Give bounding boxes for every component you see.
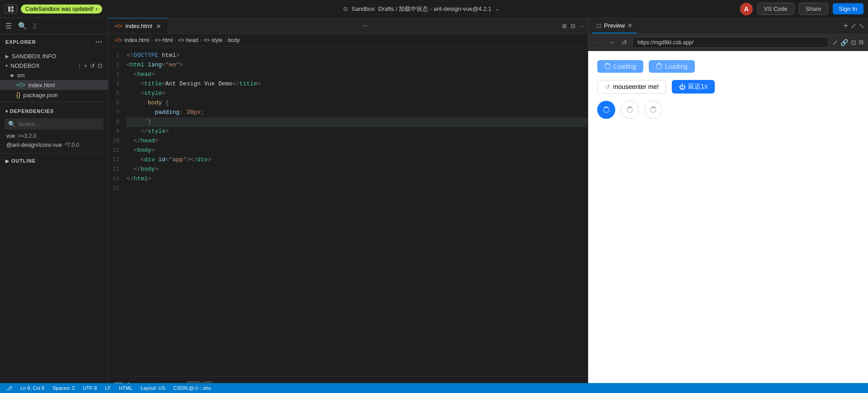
nodebox-icon1[interactable]: ↑: [78, 62, 81, 69]
layout-icon[interactable]: ⊟: [571, 23, 576, 29]
popout-icon[interactable]: ⊡: [851, 39, 856, 46]
vscode-button[interactable]: VS Code: [757, 3, 794, 15]
status-eol[interactable]: LF: [103, 385, 113, 391]
bc-html[interactable]: <> html: [155, 37, 173, 43]
html-file-icon: </>: [16, 81, 25, 89]
status-extra: CSDN:@小 : shu: [172, 385, 213, 392]
code-line-10: 10 </head>: [108, 136, 588, 146]
explorer-more-icon[interactable]: ···: [95, 38, 103, 46]
preview-tab-close-icon[interactable]: ✕: [627, 22, 632, 29]
add-tab-icon[interactable]: +: [843, 22, 848, 30]
bc-style[interactable]: <> style: [203, 37, 222, 43]
status-spaces[interactable]: Spaces: 2: [51, 385, 76, 391]
code-line-4: 4 <title>Ant Design Vue Demo</title>: [108, 80, 588, 89]
nodebox-icon4[interactable]: ⊡: [98, 62, 103, 69]
svg-rect-1: [11, 6, 14, 8]
status-lang[interactable]: HTML: [117, 385, 134, 391]
bc-index-html-text[interactable]: index.html: [124, 37, 149, 43]
avatar[interactable]: A: [740, 3, 753, 15]
tab-more-icon[interactable]: ···: [358, 22, 373, 30]
window-layout-icon[interactable]: [5, 5, 17, 14]
status-bar: ⎇ Ln 8, Col 8 Spaces: 2 UTF-8 LF HTML La…: [0, 383, 868, 393]
loading-button-1[interactable]: Loading: [597, 60, 643, 73]
topbar-center: ⊙ Sandbox Drafts / 加载中状态 - ant-design-vu…: [107, 5, 736, 13]
chevron-down-icon[interactable]: ⌄: [495, 6, 499, 12]
link-icon[interactable]: 🔗: [840, 39, 848, 46]
sidebar-item-sandbox-info[interactable]: ▶ SANDBOX INFO: [0, 51, 108, 61]
sandbox-label: Sandbox: [352, 5, 375, 12]
circle-btn-3[interactable]: [644, 101, 662, 119]
refresh-icon[interactable]: ↺: [620, 38, 629, 47]
breadcrumb-text: Drafts / 加载中状态 - ant-design-vue@4.2.1: [378, 5, 491, 13]
arrow-icon: ▾: [5, 63, 8, 68]
tab-close-icon[interactable]: ✕: [156, 23, 161, 29]
nodebox-label: NODEBOX: [10, 62, 40, 69]
dependencies-search-input[interactable]: [18, 121, 100, 127]
sidebar-item-nodebox[interactable]: ▾ NODEBOX ↑ + ↺ ⊡: [0, 61, 108, 70]
search-icon: 🔍: [8, 121, 15, 127]
status-branch[interactable]: ⎇: [5, 385, 14, 391]
sidebar-item-src[interactable]: ▶ src: [0, 70, 108, 80]
bc-body[interactable]: body: [228, 37, 240, 43]
search-icon[interactable]: 🔍: [18, 22, 27, 30]
status-ln[interactable]: Ln 8, Col 8: [19, 385, 46, 391]
code-line-14: 14 </html>: [108, 174, 588, 184]
notification-badge[interactable]: CodeSandbox was updated! ›: [21, 5, 102, 14]
preview-tab-icon: ◻: [596, 22, 601, 29]
dependencies-section: ▾ DEPENDENCIES 🔍 vue >=3.2.0 @ant-design…: [0, 102, 108, 153]
fullscreen-icon[interactable]: ⤡: [859, 22, 864, 29]
loading-button-2[interactable]: Loading: [649, 60, 695, 73]
code-line-15: 15: [108, 184, 588, 193]
file-index-label: index.html: [28, 82, 55, 89]
split-editor-icon[interactable]: ⊞: [562, 23, 567, 29]
more-icon[interactable]: ···: [579, 23, 584, 29]
expand-icon[interactable]: ⤢: [851, 22, 856, 29]
signin-button[interactable]: Sign In: [833, 3, 863, 14]
dependencies-label[interactable]: ▾ DEPENDENCIES: [0, 106, 108, 117]
bc-head[interactable]: <> head: [178, 37, 198, 43]
share-button[interactable]: Share: [799, 3, 828, 15]
status-encoding[interactable]: UTF-8: [81, 385, 99, 391]
topbar-left: CodeSandbox was updated! ›: [5, 5, 102, 14]
dependencies-search-box[interactable]: 🔍: [5, 118, 104, 130]
back-icon[interactable]: ←: [593, 38, 603, 47]
loading-btn-1-label: Loading: [613, 63, 636, 70]
src-label: src: [17, 72, 25, 79]
editor-area: </> index.html ✕ ··· ⊞ ⊟ ··· </> index.h…: [108, 18, 588, 393]
sidebar-item-index-html[interactable]: </> index.html: [0, 80, 108, 90]
preview-tab[interactable]: ◻ Preview ✕: [592, 18, 637, 33]
preview-row-2: ↺ mouseenter me! ⏻ 延迟1s: [597, 80, 859, 94]
bc-sep-2: ›: [175, 37, 176, 43]
delay-label: 延迟1s: [688, 83, 708, 91]
sandbox-info-label: SANDBOX INFO: [12, 53, 56, 60]
tab-index-html[interactable]: </> index.html ✕: [108, 18, 168, 33]
status-layout[interactable]: Layout: US: [139, 385, 167, 391]
files-icon[interactable]: ☰: [5, 22, 12, 30]
sidebar-item-package-json[interactable]: {} package.json: [0, 90, 108, 100]
delay-button[interactable]: ⏻ 延迟1s: [672, 80, 715, 94]
nodebox-icon2[interactable]: +: [84, 62, 87, 69]
circle-btn-1[interactable]: [597, 101, 615, 119]
dep-item-icons-vue: @ant-design/icons-vue ^7.0.0: [0, 140, 108, 150]
code-line-6: 6 body {: [108, 98, 588, 108]
github-icon[interactable]: : [33, 22, 36, 30]
notification-arrow: ›: [96, 6, 98, 12]
forward-icon[interactable]: →: [606, 38, 616, 47]
notification-text: CodeSandbox was updated!: [25, 6, 94, 12]
bc-index-html[interactable]: </>: [115, 37, 123, 43]
main-layout: ☰ 🔍  EXPLORER ··· ▶ SANDBOX INFO ▾ NODE…: [0, 18, 868, 393]
preview-tab-label: Preview: [604, 22, 625, 29]
new-window-icon[interactable]: ⧉: [859, 38, 863, 46]
bc-sep-3: ›: [200, 37, 202, 43]
code-editor[interactable]: 1 <!DOCTYPE html> 2 <html lang="en"> 3 <…: [108, 47, 588, 376]
circle-btn-2[interactable]: [621, 101, 639, 119]
mouseenter-button[interactable]: ↺ mouseenter me!: [597, 80, 666, 94]
expand-preview-icon[interactable]: ⤢: [832, 39, 838, 46]
breadcrumb-bar: </> index.html › <> html › <> head › <> …: [108, 34, 588, 47]
address-input[interactable]: [632, 37, 829, 48]
code-line-3: 3 <head>: [108, 70, 588, 80]
outline-label[interactable]: ▶ OUTLINE: [0, 155, 108, 166]
nodebox-icon3[interactable]: ↺: [90, 62, 95, 69]
spin-icon-3: [603, 107, 609, 113]
file-package-label: package.json: [23, 92, 58, 98]
